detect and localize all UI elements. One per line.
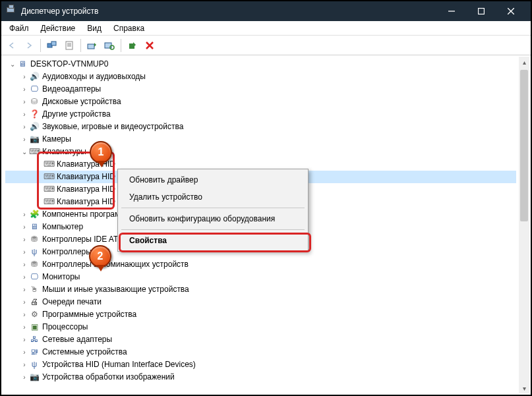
keyboard-icon: ⌨ [44,184,54,195]
toolbar-enable-icon[interactable] [125,38,140,53]
other-devices-icon: ❓ [29,109,40,120]
tree-mice[interactable]: ›🖱Мыши и иные указывающие устройства [5,283,516,296]
tree-other[interactable]: ›❓Другие устройства [5,108,516,121]
tree-sysdev[interactable]: ›🖳Системные устройства [5,346,516,358]
software-device-icon: ⚙ [29,310,40,320]
usb-controller-icon: ψ [29,247,40,258]
window-title: Диспетчер устройств [21,7,98,16]
audio-icon: 🔊 [29,72,40,82]
storage-controller-icon: ⛃ [29,260,40,270]
toolbar-back-icon[interactable] [4,38,20,53]
scroll-up-icon[interactable]: ▴ [519,57,529,67]
maximize-button[interactable] [466,1,496,21]
tree-video[interactable]: ›🖵Видеоадаптеры [5,83,516,96]
tree-monitors[interactable]: ›🖵Мониторы [5,271,516,283]
tree-cameras[interactable]: ›📷Камеры [5,133,516,146]
keyboard-icon: ⌨ [44,159,54,170]
close-button[interactable] [496,1,525,21]
computer-icon: 🖥 [17,59,28,70]
sound-icon: 🔊 [29,122,40,132]
keyboard-icon: ⌨ [44,172,54,183]
tree-hid[interactable]: ›ψУстройства HID (Human Interface Device… [5,358,516,371]
computer-icon: 🖥 [29,222,40,233]
tree-root[interactable]: ⌄ 🖥 DESKTOP-VTNMUP0 [5,58,516,71]
toolbar-forward-icon[interactable] [21,38,37,53]
mouse-icon: 🖱 [29,285,40,295]
tree-audio[interactable]: ›🔊Аудиовходы и аудиовыходы [5,71,516,83]
toolbar-uninstall-icon[interactable] [142,38,158,53]
imaging-icon: 📷 [29,372,40,383]
menu-view[interactable]: Вид [82,22,107,34]
tree-disks[interactable]: ›⛁Дисковые устройства [5,96,516,108]
context-menu: Обновить драйвер Удалить устройство Обно… [117,169,309,252]
display-adapter-icon: 🖵 [29,84,40,95]
tree-storage[interactable]: ›⛃Контроллеры запоминающих устройств [5,258,516,271]
network-adapter-icon: 🖧 [29,335,40,345]
title-bar: Диспетчер устройств [1,1,531,21]
tree-progdev[interactable]: ›⚙Программные устройства [5,308,516,321]
context-delete-device[interactable]: Удалить устройство [120,188,306,206]
expand-icon[interactable]: ⌄ [8,58,17,71]
context-properties[interactable]: Свойства [120,232,306,249]
toolbar-computers-icon[interactable] [44,38,60,53]
svg-rect-10 [88,44,94,49]
keyboard-icon: ⌨ [44,197,54,208]
ide-controller-icon: ⛃ [29,235,40,245]
system-device-icon: 🖳 [29,347,40,358]
context-separator [121,229,305,230]
app-icon [7,6,17,16]
menu-bar: Файл Действие Вид Справка [1,21,531,36]
hid-icon: ψ [29,360,40,370]
monitor-icon: 🖵 [29,272,40,283]
tree-cpus[interactable]: ›▣Процессоры [5,321,516,333]
printer-icon: 🖨 [29,297,40,308]
menu-file[interactable]: Файл [4,22,34,34]
software-component-icon: 🧩 [29,210,40,220]
svg-rect-5 [51,42,56,45]
annotation-callout-2: 2 [89,245,111,268]
toolbar-properties-icon[interactable] [61,38,77,53]
scroll-down-icon[interactable]: ▾ [519,383,529,393]
tree-imaging[interactable]: ›📷Устройства обработки изображений [5,371,516,383]
context-scan-hardware[interactable]: Обновить конфигурацию оборудования [120,210,306,227]
context-update-driver[interactable]: Обновить драйвер [120,171,306,188]
menu-action[interactable]: Действие [36,22,81,34]
scroll-thumb[interactable] [520,70,528,221]
cpu-icon: ▣ [29,322,40,333]
minimize-button[interactable] [436,1,466,21]
tree-keyboards[interactable]: ⌄⌨Клавиатуры [5,146,516,158]
vertical-scrollbar[interactable]: ▴ ▾ [519,57,529,393]
tree-sound[interactable]: ›🔊Звуковые, игровые и видеоустройства [5,121,516,133]
toolbar-scan-hardware-icon[interactable] [102,38,117,53]
disk-icon: ⛁ [29,97,40,107]
keyboard-icon: ⌨ [29,147,40,157]
tree-root-label: DESKTOP-VTNMUP0 [30,58,108,71]
tree-printq[interactable]: ›🖨Очереди печати [5,296,516,308]
svg-rect-6 [66,42,73,49]
menu-help[interactable]: Справка [108,22,150,34]
toolbar-update-driver-icon[interactable] [84,38,100,53]
toolbar [1,36,531,55]
window-controls [436,1,525,21]
annotation-callout-1: 1 [90,141,112,163]
svg-rect-1 [478,9,484,14]
tree-network[interactable]: ›🖧Сетевые адаптеры [5,333,516,346]
camera-icon: 📷 [29,134,40,145]
context-separator [121,208,305,208]
